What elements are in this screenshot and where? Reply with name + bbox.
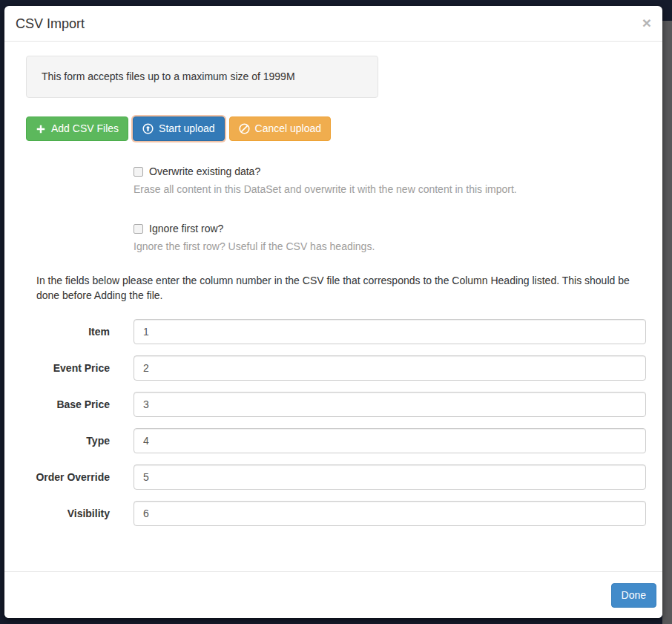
start-upload-button[interactable]: Start upload: [133, 116, 225, 141]
form-row-item: Item: [16, 319, 651, 344]
form-row-event-price: Event Price: [16, 355, 651, 381]
visibility-label: Visibility: [16, 501, 110, 521]
overwrite-help-text: Erase all content in this DataSet and ov…: [134, 182, 651, 197]
max-size-note-text: This form accepts files up to a maximum …: [42, 70, 295, 82]
base-price-label: Base Price: [16, 392, 110, 412]
form-row-base-price: Base Price: [16, 392, 651, 417]
base-price-input[interactable]: [134, 392, 646, 417]
cancel-upload-label: Cancel upload: [255, 122, 322, 136]
form-row-visibility: Visibility: [16, 501, 651, 526]
ignore-first-row-label-row[interactable]: Ignore first row?: [134, 221, 651, 236]
form-row-order-override: Order Override: [16, 464, 651, 490]
done-button[interactable]: Done: [611, 583, 656, 608]
start-upload-label: Start upload: [159, 122, 215, 136]
overwrite-checkbox[interactable]: [134, 167, 143, 177]
page-scrollbar[interactable]: [662, 21, 672, 624]
modal-footer: Done: [4, 571, 662, 618]
options-section: Overwrite existing data? Erase all conte…: [134, 164, 651, 254]
ignore-first-row-label[interactable]: Ignore first row?: [149, 221, 223, 236]
csv-import-modal: CSV Import × This form accepts files up …: [4, 6, 662, 618]
upload-toolbar: Add CSV Files Start upload: [26, 116, 651, 141]
column-mapping-form: Item Event Price Base Price Type Order O…: [16, 319, 651, 526]
order-override-input[interactable]: [134, 464, 646, 490]
instructions-text: In the fields below please enter the col…: [36, 273, 633, 303]
form-row-type: Type: [16, 428, 651, 453]
event-price-input[interactable]: [134, 355, 646, 381]
modal-title: CSV Import: [16, 16, 651, 32]
plus-icon: [36, 124, 46, 134]
overwrite-label[interactable]: Overwrite existing data?: [149, 164, 260, 179]
add-csv-files-label: Add CSV Files: [51, 122, 119, 136]
type-input[interactable]: [134, 428, 646, 453]
modal-header: CSV Import ×: [4, 6, 662, 42]
ignore-first-row-help-text: Ignore the first row? Useful if the CSV …: [134, 239, 651, 254]
modal-body: This form accepts files up to a maximum …: [4, 56, 662, 526]
overwrite-option: Overwrite existing data? Erase all conte…: [134, 164, 651, 197]
order-override-label: Order Override: [16, 464, 110, 485]
close-button[interactable]: ×: [642, 15, 651, 30]
add-csv-files-button[interactable]: Add CSV Files: [26, 116, 128, 141]
item-label: Item: [16, 319, 110, 339]
close-icon: ×: [642, 14, 651, 31]
item-input[interactable]: [134, 319, 646, 344]
event-price-label: Event Price: [16, 355, 110, 375]
visibility-input[interactable]: [134, 501, 646, 526]
ban-icon: [239, 123, 250, 134]
overwrite-label-row[interactable]: Overwrite existing data?: [134, 164, 651, 179]
ignore-first-row-checkbox[interactable]: [134, 224, 143, 234]
type-label: Type: [16, 428, 110, 448]
max-size-note: This form accepts files up to a maximum …: [26, 56, 378, 98]
upload-circle-arrow-icon: [142, 123, 154, 134]
cancel-upload-button[interactable]: Cancel upload: [229, 116, 332, 141]
ignore-first-row-option: Ignore first row? Ignore the first row? …: [134, 221, 651, 254]
